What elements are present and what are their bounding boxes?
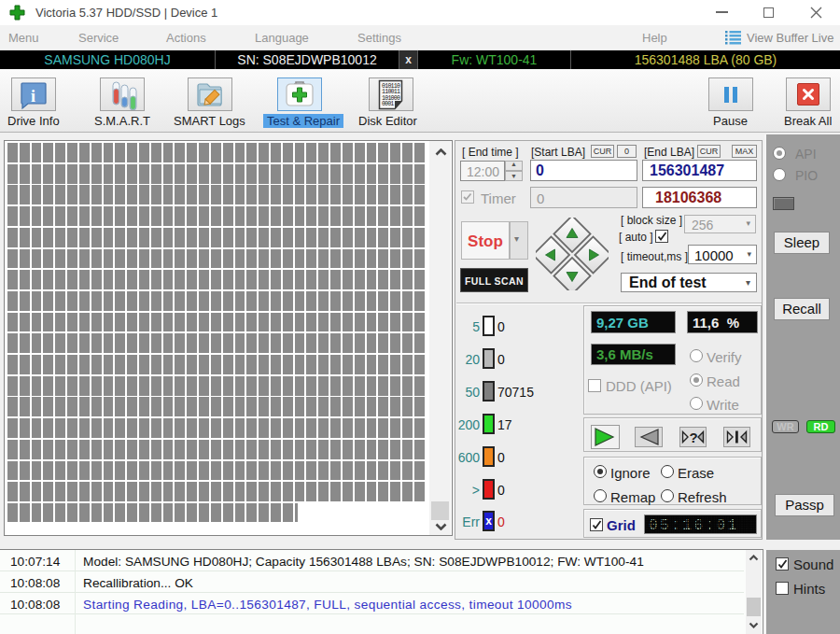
svg-text:0001: 0001 [382,101,394,107]
svg-text:?: ? [690,430,698,445]
svg-text:i: i [31,87,35,106]
